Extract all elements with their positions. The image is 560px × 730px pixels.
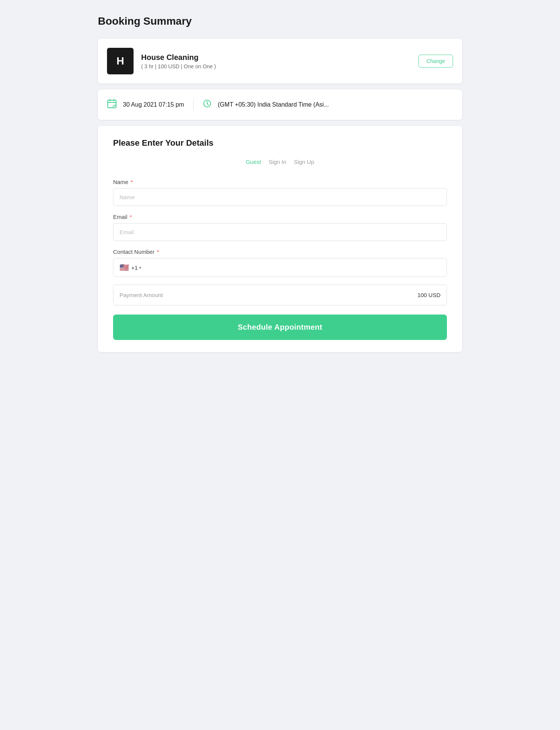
datetime-text: 30 Aug 2021 07:15 pm bbox=[123, 101, 184, 108]
name-input[interactable] bbox=[113, 188, 447, 206]
contact-field-group: Contact Number * 🇺🇸 +1 ▾ bbox=[113, 249, 447, 277]
service-name: House Cleaning bbox=[141, 53, 411, 62]
datetime-card: 30 Aug 2021 07:15 pm (GMT +05:30) India … bbox=[98, 90, 462, 120]
email-field-group: Email * bbox=[113, 214, 447, 241]
page-container: Booking Summary H House Cleaning ( 3 hr … bbox=[98, 15, 462, 352]
phone-dropdown-arrow-icon[interactable]: ▾ bbox=[139, 266, 141, 270]
auth-tab-signup[interactable]: Sign Up bbox=[294, 157, 314, 167]
phone-input-wrapper[interactable]: 🇺🇸 +1 ▾ bbox=[113, 258, 447, 277]
auth-tab-guest[interactable]: Guest bbox=[246, 157, 261, 167]
contact-label: Contact Number * bbox=[113, 249, 447, 255]
name-required: * bbox=[129, 179, 133, 185]
email-input[interactable] bbox=[113, 223, 447, 241]
auth-tabs: Guest Sign In Sign Up bbox=[113, 157, 447, 167]
name-field-group: Name * bbox=[113, 179, 447, 206]
service-meta: ( 3 hr | 100 USD | One on One ) bbox=[141, 63, 411, 69]
page-title: Booking Summary bbox=[98, 15, 462, 27]
timezone-text: (GMT +05:30) India Standard Time (Asi... bbox=[218, 101, 329, 108]
service-info: House Cleaning ( 3 hr | 100 USD | One on… bbox=[141, 53, 411, 69]
datetime-divider bbox=[193, 99, 193, 110]
name-label: Name * bbox=[113, 179, 447, 185]
phone-flag-icon: 🇺🇸 bbox=[120, 263, 129, 272]
email-required: * bbox=[128, 214, 132, 220]
schedule-appointment-button[interactable]: Schedule Appointment bbox=[113, 315, 447, 340]
payment-value: 100 USD bbox=[417, 292, 440, 298]
service-icon-box: H bbox=[107, 48, 134, 74]
phone-code: +1 bbox=[131, 264, 138, 271]
service-icon-letter: H bbox=[116, 55, 124, 67]
calendar-icon bbox=[107, 99, 117, 111]
email-label: Email * bbox=[113, 214, 447, 220]
payment-label: Payment Amount bbox=[120, 292, 411, 298]
details-card: Please Enter Your Details Guest Sign In … bbox=[98, 126, 462, 352]
details-title: Please Enter Your Details bbox=[113, 138, 447, 148]
contact-required: * bbox=[155, 249, 159, 255]
change-button[interactable]: Change bbox=[418, 55, 453, 68]
clock-icon bbox=[203, 99, 212, 110]
auth-tab-signin[interactable]: Sign In bbox=[269, 157, 286, 167]
payment-box: Payment Amount 100 USD bbox=[113, 285, 447, 305]
service-card: H House Cleaning ( 3 hr | 100 USD | One … bbox=[98, 39, 462, 83]
